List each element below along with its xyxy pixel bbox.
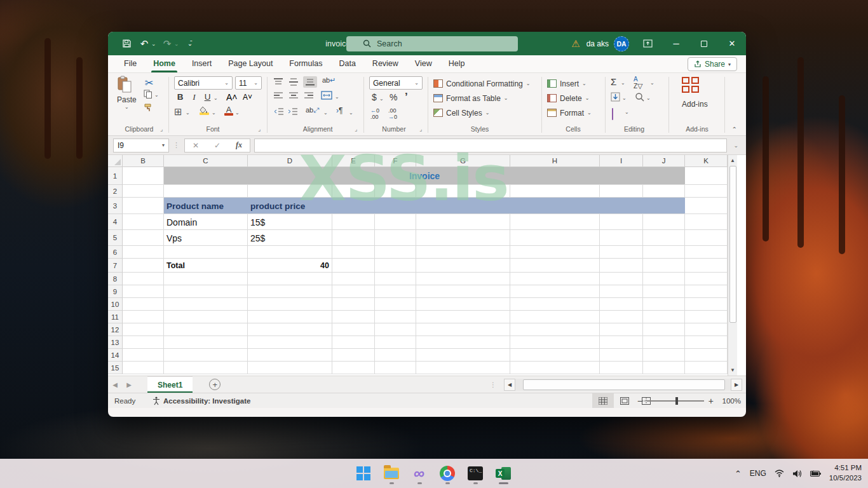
cell-B9[interactable] (123, 285, 164, 298)
text-direction-icon[interactable]: ›¶ (336, 106, 342, 115)
cell-G9[interactable] (416, 285, 510, 298)
cell-D2[interactable] (248, 185, 332, 198)
scroll-left-icon[interactable]: ◀ (504, 379, 515, 391)
cell-F15[interactable] (375, 362, 416, 374)
merged-band-row1[interactable]: Invoice (164, 167, 685, 184)
cell-E10[interactable] (332, 298, 375, 311)
addins-button[interactable]: Add-ins (682, 77, 708, 109)
decrease-font-size-button[interactable]: A˅ (243, 93, 252, 102)
cell-G10[interactable] (416, 298, 510, 311)
cell-D7[interactable] (248, 259, 332, 273)
cell-K11[interactable] (685, 311, 728, 323)
cell-C2[interactable] (164, 185, 248, 198)
warning-icon[interactable]: ⚠ (571, 38, 580, 50)
clear-icon[interactable] (612, 109, 613, 120)
ribbon-tab-file[interactable]: File (116, 56, 145, 72)
number-format-combo[interactable]: General⌄ (369, 76, 423, 90)
merge-center-icon[interactable] (321, 91, 332, 100)
cell-F13[interactable] (375, 336, 416, 349)
clock[interactable]: 4:51 PM 10/5/2023 (829, 463, 862, 483)
cell-D6[interactable] (248, 246, 332, 259)
format-as-table-button[interactable]: Format as Table⌄ (433, 92, 508, 105)
cell-J9[interactable] (643, 285, 685, 298)
ribbon-tab-help[interactable]: Help (440, 56, 473, 72)
cell-J7[interactable] (643, 259, 685, 273)
redo-dropdown-icon[interactable]: ⌄ (174, 41, 180, 47)
page-layout-view-icon[interactable] (614, 393, 635, 408)
paste-dropdown-icon[interactable]: ⌄ (117, 104, 137, 110)
cell-F9[interactable] (375, 285, 416, 298)
cell-K12[interactable] (685, 323, 728, 336)
redo-button[interactable]: ↷ (159, 36, 175, 51)
cell-K6[interactable] (685, 246, 728, 259)
cell-C15[interactable] (164, 362, 248, 374)
undo-dropdown-icon[interactable]: ⌄ (151, 41, 158, 47)
cell-C13[interactable] (164, 336, 248, 349)
ribbon-tab-formulas[interactable]: Formulas (281, 56, 330, 72)
sheet-nav-right-icon[interactable]: ▶ (122, 376, 136, 393)
zoom-out-icon[interactable]: − (637, 396, 642, 406)
collapse-ribbon-icon[interactable]: ⌃ (732, 126, 737, 133)
currency-dropdown-icon[interactable]: ⌄ (379, 96, 384, 102)
cell-B2[interactable] (123, 185, 164, 198)
cell-B12[interactable] (123, 323, 164, 336)
cell-B7[interactable] (123, 259, 164, 273)
zoom-slider-thumb[interactable] (675, 397, 678, 405)
column-header-K[interactable]: K (685, 155, 728, 167)
top-align-icon[interactable] (274, 78, 283, 86)
select-all-corner[interactable] (108, 155, 123, 167)
cell-K14[interactable] (685, 349, 728, 362)
cell-I11[interactable] (600, 311, 643, 323)
minimize-button[interactable]: ─ (662, 32, 690, 55)
cell-I9[interactable] (600, 285, 643, 298)
ribbon-tab-home[interactable]: Home (145, 56, 184, 72)
sheet-nav-left-icon[interactable]: ◀ (108, 376, 122, 393)
format-cells-button[interactable]: Format⌄ (547, 106, 592, 119)
cell-styles-button[interactable]: Cell Styles⌄ (433, 106, 489, 119)
cell-E6[interactable] (332, 246, 375, 259)
column-header-I[interactable]: I (600, 155, 643, 167)
cell-I14[interactable] (600, 349, 643, 362)
insert-cells-button[interactable]: Insert⌄ (547, 77, 587, 90)
cell-C14[interactable] (164, 349, 248, 362)
bottom-align-icon-selected[interactable] (303, 76, 317, 88)
find-select-icon[interactable] (635, 92, 644, 102)
column-header-H[interactable]: H (510, 155, 600, 167)
cell-B4[interactable] (123, 214, 164, 230)
chrome-button[interactable] (437, 462, 458, 485)
autosum-dropdown-icon[interactable]: ⌄ (621, 80, 625, 86)
tabbar-handle[interactable]: ⋮ (490, 381, 497, 388)
cell-K4[interactable] (685, 214, 728, 230)
formula-bar-handle[interactable]: ⋮ (173, 141, 180, 149)
cell-J6[interactable] (643, 246, 685, 259)
name-box[interactable]: I9 ▾ (113, 139, 169, 152)
row-header-7[interactable]: 7 (108, 259, 123, 273)
cell-H5[interactable] (510, 230, 600, 246)
cell-B11[interactable] (123, 311, 164, 323)
cell-E2[interactable] (332, 185, 375, 198)
row-header-15[interactable]: 15 (108, 362, 123, 374)
increase-indent-icon[interactable] (288, 108, 297, 115)
cell-H9[interactable] (510, 285, 600, 298)
cell-D5[interactable] (248, 230, 332, 246)
ribbon-display-options-icon[interactable] (638, 32, 657, 55)
fill-dropdown-icon[interactable]: ⌄ (622, 95, 627, 101)
horizontal-scroll-thumb[interactable] (523, 379, 725, 390)
zoom-percent[interactable]: 100% (718, 397, 741, 405)
cell-C12[interactable] (164, 323, 248, 336)
column-header-E[interactable]: E (332, 155, 375, 167)
cell-B8[interactable] (123, 273, 164, 285)
text-direction-dropdown-icon[interactable]: ⌄ (349, 110, 353, 116)
cell-H2[interactable] (510, 185, 600, 198)
ribbon-tab-review[interactable]: Review (364, 56, 407, 72)
start-button[interactable] (353, 462, 374, 485)
cell-J11[interactable] (643, 311, 685, 323)
cell-I4[interactable] (600, 214, 643, 230)
cell-K10[interactable] (685, 298, 728, 311)
cell-E7[interactable] (332, 259, 375, 273)
user-name[interactable]: da aks (587, 39, 609, 48)
cell-H10[interactable] (510, 298, 600, 311)
language-indicator[interactable]: ENG (750, 469, 766, 478)
cell-B5[interactable] (123, 230, 164, 246)
percent-format-icon[interactable]: % (390, 92, 397, 102)
